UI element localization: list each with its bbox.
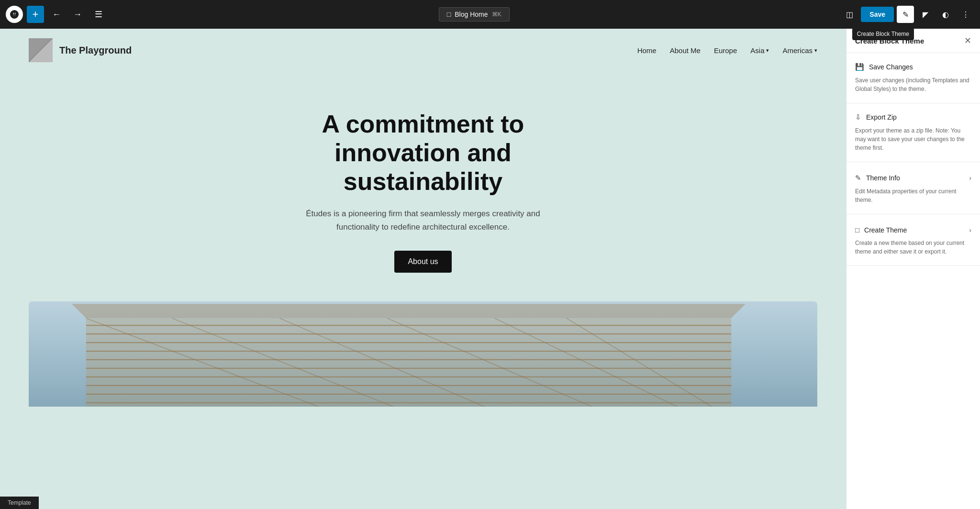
save-changes-section: 💾 Save Changes Save user changes (includ… — [846, 53, 980, 103]
wp-logo[interactable]: W — [6, 6, 23, 23]
blog-home-icon: □ — [447, 11, 451, 18]
undo-button[interactable]: ← — [48, 6, 65, 23]
theme-info-desc: Edit Metadata properties of your current… — [855, 187, 971, 204]
create-theme-icon: □ — [855, 226, 859, 234]
save-changes-desc: Save user changes (including Templates a… — [855, 76, 971, 93]
hero-cta-button[interactable]: About us — [394, 251, 451, 273]
blog-home-button[interactable]: □ Blog Home ⌘K — [439, 7, 510, 22]
nav-asia[interactable]: Asia — [750, 46, 769, 55]
redo-button[interactable]: → — [69, 6, 86, 23]
options-button[interactable]: ⋮ — [957, 6, 974, 23]
save-changes-label: Save Changes — [869, 63, 913, 71]
right-panel: Create Block Theme ✕ 💾 Save Changes Save… — [846, 29, 980, 509]
split-view-button[interactable]: ◤ — [917, 6, 934, 23]
create-theme-label: Create Theme — [864, 226, 907, 234]
panel-title: Create Block Theme — [855, 37, 924, 45]
hero-subtitle: Études is a pioneering firm that seamles… — [289, 207, 557, 233]
export-zip-desc: Export your theme as a zip file. Note: Y… — [855, 126, 971, 152]
status-label: Template — [8, 499, 31, 506]
save-button[interactable]: Save — [861, 7, 894, 22]
export-zip-section: ⇩ Export Zip Export your theme as a zip … — [846, 103, 980, 162]
nav-europe[interactable]: Europe — [714, 46, 737, 55]
site-logo-area: The Playground — [29, 38, 132, 62]
add-block-button[interactable]: + — [27, 6, 44, 23]
theme-info-chevron: › — [969, 174, 971, 182]
nav-about-me[interactable]: About Me — [670, 46, 701, 55]
list-view-button[interactable]: ☰ — [90, 6, 107, 23]
blog-home-shortcut: ⌘K — [492, 11, 501, 18]
site-nav: Home About Me Europe Asia Americas — [637, 46, 817, 55]
theme-info-icon: ✎ — [855, 174, 861, 182]
panel-close-button[interactable]: ✕ — [964, 36, 971, 45]
nav-home[interactable]: Home — [637, 46, 657, 55]
styles-button[interactable]: ◐ — [937, 6, 954, 23]
svg-rect-3 — [86, 318, 731, 407]
create-theme-section[interactable]: □ Create Theme › Create a new theme base… — [846, 214, 980, 266]
site-name: The Playground — [59, 45, 132, 56]
blog-home-label: Blog Home — [455, 11, 488, 18]
desktop-view-button[interactable]: ◫ — [841, 6, 858, 23]
panel-header: Create Block Theme ✕ — [846, 29, 980, 53]
status-bar: Template — [0, 497, 39, 509]
theme-info-label: Theme Info — [866, 174, 900, 182]
nav-americas[interactable]: Americas — [782, 46, 817, 55]
preview-area: The Playground Home About Me Europe Asia… — [0, 29, 846, 509]
create-theme-desc: Create a new theme based on your current… — [855, 239, 971, 256]
site-header: The Playground Home About Me Europe Asia… — [0, 29, 846, 72]
theme-info-section[interactable]: ✎ Theme Info › Edit Metadata properties … — [846, 162, 980, 214]
architecture-image — [29, 301, 817, 407]
create-block-theme-button[interactable]: ✎ Create Block Theme — [897, 6, 914, 23]
export-zip-icon: ⇩ — [855, 113, 861, 122]
export-zip-label: Export Zip — [866, 113, 897, 121]
hero-section: A commitment to innovation and sustainab… — [0, 72, 846, 301]
create-theme-chevron: › — [969, 226, 971, 234]
main-layout: The Playground Home About Me Europe Asia… — [0, 29, 980, 509]
toolbar: W + ← → ☰ □ Blog Home ⌘K ◫ Save ✎ Create… — [0, 0, 980, 29]
hero-title: A commitment to innovation and sustainab… — [256, 110, 590, 196]
svg-text:W: W — [12, 12, 17, 17]
site-logo — [29, 38, 53, 62]
save-changes-icon: 💾 — [855, 63, 864, 71]
